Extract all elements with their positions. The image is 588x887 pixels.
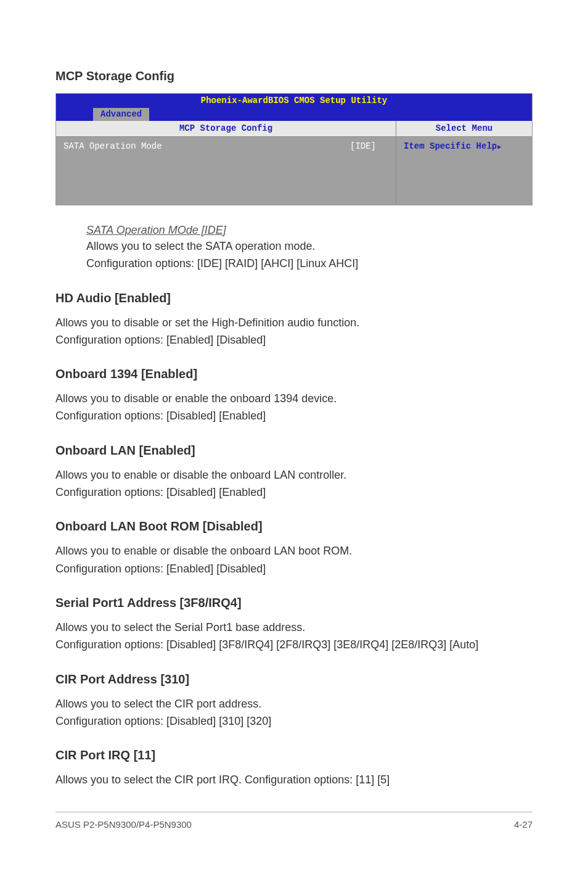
bios-tab-advanced: Advanced	[93, 108, 149, 121]
onboard-1394-heading: Onboard 1394 [Enabled]	[55, 366, 533, 382]
onboard-1394-desc: Allows you to disable or enable the onbo…	[55, 391, 533, 406]
onboard-1394-opts: Configuration options: [Disabled] [Enabl…	[55, 408, 533, 423]
footer-page-number: 4-27	[514, 819, 533, 831]
sata-op-mode-desc: Allows you to select the SATA operation …	[86, 239, 533, 254]
footer-product: ASUS P2-P5N9300/P4-P5N9300	[55, 819, 192, 831]
serial-port1-heading: Serial Port1 Address [3F8/IRQ4]	[55, 595, 533, 611]
bios-left-header: MCP Storage Config	[56, 121, 396, 137]
cir-port-addr-heading: CIR Port Address [310]	[55, 671, 533, 688]
bios-title: Phoenix-AwardBIOS CMOS Setup Utility	[56, 94, 532, 108]
onboard-lan-boot-opts: Configuration options: [Enabled] [Disabl…	[55, 561, 533, 576]
bios-row-sata-mode: SATA Operation Mode [IDE]	[63, 141, 388, 152]
bios-tab-bar: Advanced	[56, 108, 532, 121]
bios-row-label: SATA Operation Mode	[63, 141, 162, 152]
hd-audio-opts: Configuration options: [Enabled] [Disabl…	[55, 332, 533, 347]
onboard-lan-heading: Onboard LAN [Enabled]	[55, 442, 533, 459]
serial-port1-opts: Configuration options: [Disabled] [3F8/I…	[55, 637, 533, 652]
onboard-lan-opts: Configuration options: [Disabled] [Enabl…	[55, 485, 533, 500]
onboard-lan-desc: Allows you to enable or disable the onbo…	[55, 468, 533, 482]
cir-port-addr-desc: Allows you to select the CIR port addres…	[55, 696, 533, 711]
page-footer: ASUS P2-P5N9300/P4-P5N9300 4-27	[55, 812, 533, 831]
cir-port-irq-desc: Allows you to select the CIR port IRQ. C…	[55, 772, 533, 787]
onboard-lan-boot-desc: Allows you to enable or disable the onbo…	[55, 543, 533, 558]
hd-audio-heading: HD Audio [Enabled]	[55, 290, 533, 307]
cir-port-addr-opts: Configuration options: [Disabled] [310] …	[55, 714, 533, 728]
bios-help-text: Item Specific Help	[404, 141, 501, 151]
onboard-lan-boot-heading: Onboard LAN Boot ROM [Disabled]	[55, 518, 533, 535]
bios-screenshot: Phoenix-AwardBIOS CMOS Setup Utility Adv…	[55, 93, 533, 205]
hd-audio-desc: Allows you to disable or set the High-De…	[55, 315, 533, 330]
cir-port-irq-heading: CIR Port IRQ [11]	[55, 747, 533, 764]
serial-port1-desc: Allows you to select the Serial Port1 ba…	[55, 620, 533, 635]
bios-row-value: [IDE]	[350, 141, 388, 152]
bios-right-header: Select Menu	[396, 121, 532, 137]
sata-op-mode-opts: Configuration options: [IDE] [RAID] [AHC…	[86, 256, 533, 271]
mcp-storage-heading: MCP Storage Config	[55, 68, 533, 85]
sata-op-mode-title: SATA Operation MOde [IDE]	[86, 223, 533, 237]
